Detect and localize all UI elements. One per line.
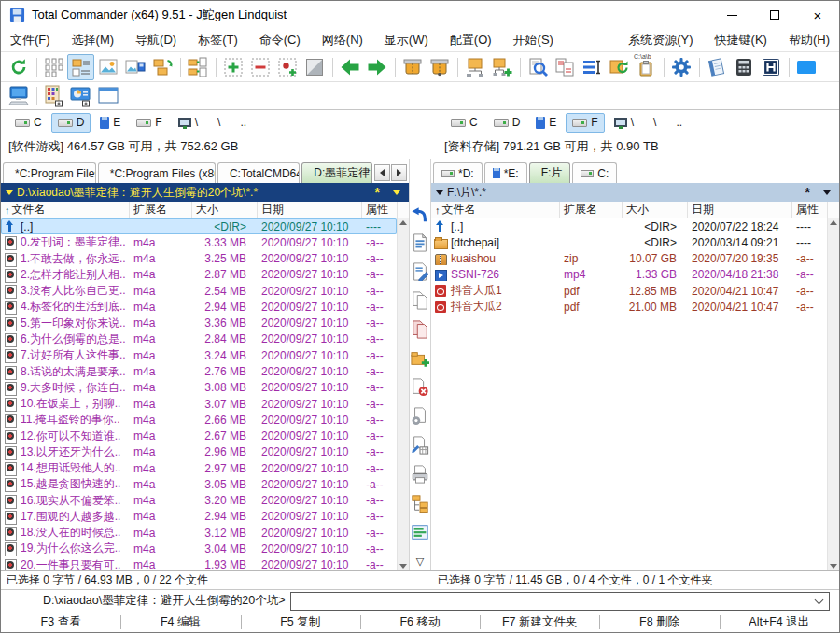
file-row[interactable]: 4.标签化的生活到底.. m4a 2.94 MB 2020/09/27 10:1…: [1, 299, 397, 315]
menu-item[interactable]: 配置(O): [450, 32, 492, 49]
column-header-attr[interactable]: 属性: [792, 202, 827, 218]
minimize-button[interactable]: [710, 1, 753, 29]
settings-button[interactable]: [667, 54, 694, 80]
column-header-name[interactable]: ↑文件名: [1, 202, 130, 218]
file-row[interactable]: 18.没人在的时候总.. m4a 3.12 MB 2020/09/27 10:1…: [1, 525, 397, 541]
right-parent-button[interactable]: ..: [665, 113, 689, 133]
menu-item[interactable]: 系统资源(Y): [628, 32, 693, 49]
select-group-button[interactable]: [219, 54, 246, 80]
scroll-up-icon[interactable]: [399, 220, 407, 225]
left-root-button[interactable]: \: [207, 113, 227, 133]
file-row[interactable]: 16.现实从不偏爱笨.. m4a 3.20 MB 2020/09/27 10:1…: [1, 493, 397, 509]
function-key-button[interactable]: F7 新建文件夹: [480, 612, 599, 632]
tree-view-button[interactable]: [148, 54, 175, 80]
file-row[interactable]: 2.怎样才能让别人相.. m4a 2.87 MB 2020/09/27 10:1…: [1, 267, 397, 283]
path-favorites-button[interactable]: *: [375, 189, 380, 196]
thumbnails-view-button[interactable]: [94, 54, 121, 80]
refresh-button[interactable]: [5, 54, 32, 80]
command-line-input[interactable]: [291, 594, 816, 609]
menu-item[interactable]: 标签(T): [198, 32, 238, 49]
path-history-icon[interactable]: [6, 190, 13, 195]
menu-item[interactable]: 文件(F): [10, 32, 50, 49]
branch-view-button[interactable]: [184, 54, 211, 80]
left-parent-button[interactable]: ..: [230, 113, 253, 133]
right-drive-d-button[interactable]: D: [487, 113, 527, 133]
column-header-size[interactable]: 大小: [192, 202, 258, 218]
function-key-button[interactable]: F4 编辑: [120, 612, 240, 632]
panel-menu-dropdown-button[interactable]: ▽: [413, 556, 427, 567]
left-tab-program-files-x86[interactable]: *C:Program Files (x86): [98, 162, 216, 183]
print-file-button[interactable]: [410, 464, 430, 486]
right-tab-d[interactable]: *D:: [433, 162, 483, 183]
file-row[interactable]: [dtchepai] <DIR> 2020/03/14 09:21 ----: [431, 234, 827, 250]
function-key-button[interactable]: F5 复制: [241, 612, 360, 632]
go-up-button[interactable]: [410, 204, 430, 226]
right-drive-c-button[interactable]: C: [444, 113, 484, 133]
quick-view-button[interactable]: [121, 54, 148, 80]
blank-window-button[interactable]: [94, 83, 121, 109]
panel-list-button[interactable]: [410, 522, 430, 544]
map-network-drive-button[interactable]: [488, 54, 515, 80]
file-row[interactable]: 9.大多时候，你连自.. m4a 3.08 MB 2020/09/27 10:1…: [1, 380, 397, 396]
menu-item[interactable]: 命令(C): [259, 32, 301, 49]
unselect-group-button[interactable]: [246, 54, 273, 80]
path-history-icon[interactable]: [436, 190, 443, 195]
file-row[interactable]: 抖音大瓜1 pdf 12.85 MB 2020/04/21 10:47 -a--: [431, 283, 827, 299]
menu-item[interactable]: 选择(M): [72, 32, 115, 49]
right-tab-e[interactable]: *E:: [484, 162, 527, 183]
close-button[interactable]: ×: [796, 1, 839, 29]
multi-rename-button[interactable]: [578, 54, 605, 80]
forward-button[interactable]: [363, 54, 390, 80]
function-key-button[interactable]: F6 移动: [360, 612, 480, 632]
column-header-size[interactable]: 大小: [623, 202, 688, 218]
control-panel-button[interactable]: [67, 83, 94, 109]
calculator-button[interactable]: [730, 54, 757, 80]
file-properties-button[interactable]: [410, 406, 430, 429]
left-tab-program-files[interactable]: *C:Program Files: [3, 162, 96, 183]
edit-file-button[interactable]: [410, 261, 430, 284]
column-header-attr[interactable]: 属性: [362, 202, 397, 218]
notepad-button[interactable]: [703, 54, 730, 80]
unpack-files-button[interactable]: [426, 54, 453, 80]
file-row[interactable]: 8.话说的太满是要承.. m4a 2.76 MB 2020/09/27 10:1…: [1, 363, 397, 379]
left-drive-c-button[interactable]: C: [8, 113, 49, 133]
selection-tool-button[interactable]: [301, 54, 328, 80]
pack-files-button[interactable]: [399, 54, 426, 80]
menu-item[interactable]: 网络(N): [322, 32, 363, 49]
function-key-button[interactable]: F3 查看: [1, 612, 120, 632]
scroll-up-icon[interactable]: [830, 220, 837, 225]
brief-view-button[interactable]: [40, 54, 67, 80]
path-dropdown-button[interactable]: [823, 190, 831, 195]
delete-files-button[interactable]: [410, 377, 430, 400]
path-dropdown-button[interactable]: [393, 190, 400, 195]
scroll-down-icon[interactable]: [399, 564, 407, 569]
left-tab-mofeidinglv[interactable]: D:墨菲定律:: [301, 162, 372, 183]
show-desktop-button[interactable]: [792, 54, 819, 80]
file-row[interactable]: 5.第一印象对你来说.. m4a 3.36 MB 2020/09/27 10:1…: [1, 316, 397, 331]
right-tab-c[interactable]: C:: [572, 162, 617, 183]
menu-item[interactable]: 快捷键(K): [715, 32, 767, 49]
file-row[interactable]: 13.以牙还牙为什么.. m4a 2.96 MB 2020/09/27 10:1…: [1, 444, 397, 460]
path-favorites-button[interactable]: *: [805, 189, 810, 196]
left-drive-f-button[interactable]: F: [130, 113, 168, 133]
file-row[interactable]: 3.没有人比你自己更.. m4a 2.54 MB 2020/09/27 10:1…: [1, 283, 397, 299]
view-file-button[interactable]: [410, 232, 430, 255]
column-header-ext[interactable]: 扩展名: [130, 202, 192, 218]
file-row[interactable]: 15.越是贪图快速的.. m4a 3.05 MB 2020/09/27 10:1…: [1, 476, 397, 492]
maximize-button[interactable]: [753, 1, 796, 29]
my-computer-button[interactable]: [5, 83, 32, 109]
menu-item[interactable]: 显示(W): [385, 32, 428, 49]
full-view-button[interactable]: [67, 54, 94, 80]
move-files-button[interactable]: [410, 319, 430, 342]
right-path-bar[interactable]: F:\片\*.* *: [431, 183, 839, 202]
left-drive-d-button[interactable]: D: [51, 113, 91, 133]
right-root-button[interactable]: \: [643, 113, 663, 133]
scroll-down-icon[interactable]: [830, 564, 837, 569]
new-folder-button[interactable]: [410, 348, 430, 371]
right-network-button[interactable]: \: [608, 113, 640, 133]
copy-files-button[interactable]: [410, 290, 430, 313]
right-drive-e-button[interactable]: E: [529, 113, 563, 133]
left-scrollbar[interactable]: [397, 218, 409, 570]
change-attributes-button[interactable]: [410, 435, 430, 457]
column-header-name[interactable]: ↑文件名: [431, 202, 560, 218]
